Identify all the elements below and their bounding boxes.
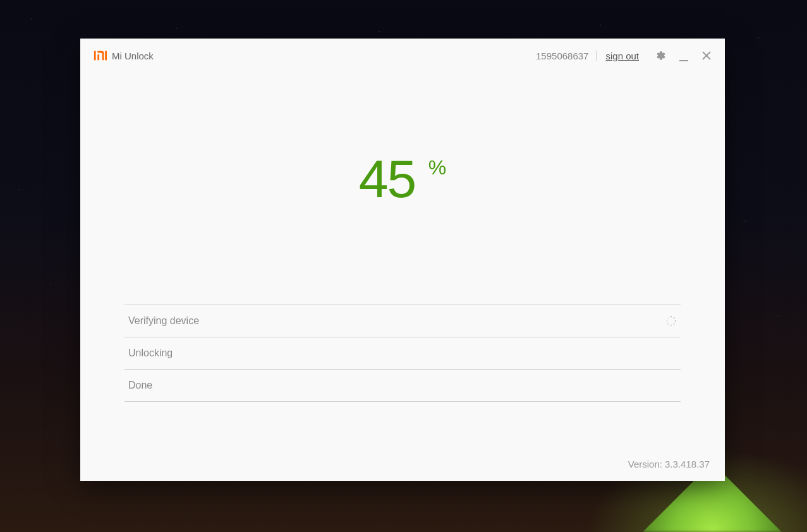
- svg-point-9: [674, 323, 675, 325]
- version-label: Version: 3.3.418.37: [628, 459, 710, 469]
- svg-rect-1: [97, 54, 99, 60]
- svg-point-8: [675, 320, 676, 322]
- spinner-icon: [665, 315, 677, 327]
- svg-point-6: [670, 316, 672, 317]
- minimize-icon[interactable]: [678, 52, 689, 64]
- progress-area: 45 %: [80, 73, 725, 210]
- svg-point-10: [670, 325, 672, 326]
- close-icon[interactable]: [701, 50, 712, 61]
- step-label: Done: [128, 380, 152, 391]
- progress-value: 45: [359, 148, 415, 210]
- app-title: Mi Unlock: [112, 51, 154, 61]
- step-label: Verifying device: [128, 315, 199, 327]
- svg-rect-3: [679, 60, 688, 61]
- step-unlocking: Unlocking: [124, 337, 681, 369]
- step-verifying: Verifying device: [124, 305, 681, 337]
- titlebar: Mi Unlock 1595068637 sign out: [80, 39, 725, 73]
- svg-point-13: [667, 317, 669, 318]
- svg-point-7: [674, 317, 675, 318]
- svg-rect-0: [94, 51, 96, 61]
- signout-link[interactable]: sign out: [605, 51, 639, 61]
- account-number: 1595068637: [536, 51, 588, 61]
- svg-point-11: [667, 323, 669, 325]
- mi-logo-icon: [93, 49, 107, 63]
- steps-list: Verifying device Unlocking: [124, 305, 681, 402]
- step-done: Done: [124, 369, 681, 402]
- progress-percent-symbol: %: [428, 156, 446, 179]
- app-window: Mi Unlock 1595068637 sign out 45 % Verif…: [80, 39, 725, 481]
- svg-point-12: [666, 320, 667, 322]
- svg-rect-2: [105, 51, 107, 61]
- step-label: Unlocking: [128, 348, 173, 359]
- settings-icon[interactable]: [655, 50, 667, 61]
